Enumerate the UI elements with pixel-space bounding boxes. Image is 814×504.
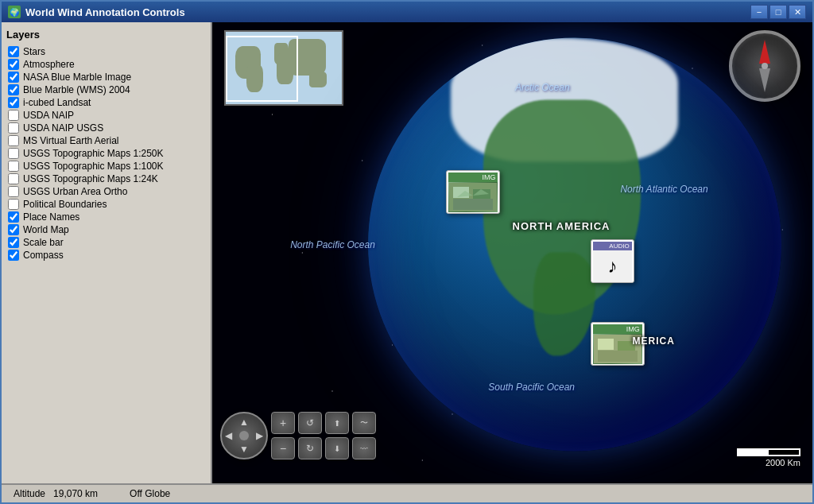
annotation-img-2-header: IMG — [593, 324, 642, 334]
layer-usgs-topo-100k-checkbox[interactable] — [8, 161, 19, 172]
view-button[interactable]: 〰 — [352, 437, 376, 459]
annotation-img-1[interactable]: IMG — [446, 170, 500, 214]
layer-scale-bar-checkbox[interactable] — [8, 237, 19, 248]
layer-nasa-blue-marble-checkbox[interactable] — [8, 72, 19, 83]
compass-needle-south — [759, 68, 770, 92]
nav-pan-pad[interactable]: ▲ ▼ ◀ ▶ — [220, 412, 268, 459]
scale-bar-visual — [737, 448, 800, 456]
svg-rect-7 — [618, 341, 635, 351]
north-pacific-label: North Pacific Ocean — [290, 239, 375, 250]
tilt-down-button[interactable]: ⬇ — [325, 437, 349, 459]
layer-usgs-topo-100k-label: USGS Topographic Maps 1:100K — [23, 161, 164, 172]
position-status: Off Globe — [130, 488, 170, 499]
layers-title: Layers — [6, 29, 206, 41]
layer-place-names-label: Place Names — [23, 211, 79, 223]
layer-usgs-topo-24k-checkbox[interactable] — [8, 173, 19, 184]
layer-i-cubed[interactable]: i-cubed Landsat — [6, 96, 206, 109]
nav-zoom-buttons: + − — [271, 412, 295, 459]
globe-area[interactable]: Arctic Ocean North Atlantic Ocean North … — [212, 22, 812, 483]
layer-political[interactable]: Political Boundaries — [6, 198, 206, 211]
nav-arrow-down[interactable]: ▼ — [239, 444, 249, 455]
layer-compass-checkbox[interactable] — [8, 250, 19, 261]
window-controls: − □ ✕ — [750, 5, 806, 19]
layer-stars[interactable]: Stars — [6, 45, 206, 58]
main-content: Layers Stars Atmosphere NASA Blue Marble… — [2, 22, 812, 483]
globe[interactable] — [368, 38, 781, 452]
layer-compass[interactable]: Compass — [6, 249, 206, 262]
layer-usgs-topo-100k[interactable]: USGS Topographic Maps 1:100K — [6, 160, 206, 173]
sidebar: Layers Stars Atmosphere NASA Blue Marble… — [2, 22, 212, 483]
close-button[interactable]: ✕ — [789, 5, 806, 19]
rotate-cw-button[interactable]: ↻ — [298, 437, 322, 459]
zoom-in-button[interactable]: + — [271, 412, 295, 434]
layer-compass-label: Compass — [23, 250, 64, 261]
altitude-label: Altitude — [14, 488, 45, 499]
stop-button[interactable]: 〜 — [352, 412, 376, 434]
layer-atmosphere-checkbox[interactable] — [8, 59, 19, 70]
layer-usgs-topo-24k[interactable]: USGS Topographic Maps 1:24K — [6, 173, 206, 185]
minimize-button[interactable]: − — [750, 5, 768, 19]
layer-usgs-topo-250k[interactable]: USGS Topographic Maps 1:250K — [6, 147, 206, 160]
rotate-ccw-button[interactable]: ↺ — [298, 412, 322, 434]
layer-usda-naip-usgs[interactable]: USDA NAIP USGS — [6, 122, 206, 134]
annotation-audio-1-header: AUDIO — [593, 242, 632, 250]
nav-arrow-right[interactable]: ▶ — [256, 430, 263, 441]
app-icon: 🌍 — [8, 6, 21, 18]
layer-blue-marble-wms-checkbox[interactable] — [8, 84, 19, 95]
layer-place-names[interactable]: Place Names — [6, 211, 206, 223]
annotation-audio-1[interactable]: AUDIO ♪ — [591, 239, 634, 283]
nav-arrow-up[interactable]: ▲ — [239, 417, 249, 428]
layer-nasa-blue-marble[interactable]: NASA Blue Marble Image — [6, 71, 206, 83]
layer-atmosphere[interactable]: Atmosphere — [6, 58, 206, 71]
layer-blue-marble-wms-label: Blue Marble (WMS) 2004 — [23, 84, 130, 95]
zoom-out-button[interactable]: − — [271, 437, 295, 459]
layer-usda-naip[interactable]: USDA NAIP — [6, 109, 206, 122]
layer-usgs-topo-250k-checkbox[interactable] — [8, 148, 19, 159]
layer-ms-virtual-earth[interactable]: MS Virtual Earth Aerial — [6, 134, 206, 147]
scale-bar-half-1 — [738, 450, 769, 455]
nav-arrow-left[interactable]: ◀ — [225, 430, 232, 441]
compass-ring — [729, 30, 800, 102]
annotation-img-1-image — [448, 182, 498, 212]
compass-center — [762, 63, 768, 69]
compass-needle-north — [759, 40, 770, 64]
layer-blue-marble-wms[interactable]: Blue Marble (WMS) 2004 — [6, 83, 206, 96]
layer-usda-naip-label: USDA NAIP — [23, 110, 74, 121]
window-title: World Wind Annotation Controls — [25, 6, 185, 18]
layer-usgs-urban[interactable]: USGS Urban Area Ortho — [6, 185, 206, 198]
layer-usgs-urban-label: USGS Urban Area Ortho — [23, 186, 127, 197]
title-bar-left: 🌍 World Wind Annotation Controls — [8, 6, 185, 18]
nav-controls: ▲ ▼ ◀ ▶ + − ↺ ↻ — [220, 412, 376, 459]
scale-bar-half-2 — [769, 450, 799, 455]
layer-nasa-blue-marble-label: NASA Blue Marble Image — [23, 72, 131, 83]
altitude-status: Altitude 19,070 km — [14, 488, 98, 499]
compass — [729, 30, 800, 102]
nav-view-buttons: 〜 〰 — [352, 412, 376, 459]
layer-usda-naip-usgs-label: USDA NAIP USGS — [23, 122, 103, 134]
scale-bar: 2000 Km — [737, 448, 800, 467]
layer-ms-virtual-earth-label: MS Virtual Earth Aerial — [23, 135, 119, 146]
annotation-img-1-header: IMG — [448, 173, 498, 182]
tilt-up-button[interactable]: ⬆ — [325, 412, 349, 434]
layer-political-checkbox[interactable] — [8, 199, 19, 210]
layer-usda-naip-usgs-checkbox[interactable] — [8, 122, 19, 134]
layer-i-cubed-checkbox[interactable] — [8, 97, 19, 108]
layer-scale-bar[interactable]: Scale bar — [6, 236, 206, 249]
layer-atmosphere-label: Atmosphere — [23, 59, 75, 70]
layer-usgs-urban-checkbox[interactable] — [8, 186, 19, 197]
minimap — [224, 30, 343, 106]
layer-stars-checkbox[interactable] — [8, 46, 19, 57]
layer-usda-naip-checkbox[interactable] — [8, 110, 19, 121]
layer-world-map-checkbox[interactable] — [8, 224, 19, 235]
layer-i-cubed-label: i-cubed Landsat — [23, 97, 91, 108]
layer-ms-virtual-earth-checkbox[interactable] — [8, 135, 19, 146]
maximize-button[interactable]: □ — [769, 5, 787, 19]
svg-rect-3 — [453, 199, 493, 210]
layer-place-names-checkbox[interactable] — [8, 211, 19, 223]
svg-rect-6 — [598, 339, 614, 350]
layer-world-map[interactable]: World Map — [6, 223, 206, 236]
minimap-view-rect — [226, 36, 298, 103]
minimap-content — [226, 32, 342, 104]
layer-stars-label: Stars — [23, 46, 45, 57]
annotation-img-2[interactable]: IMG — [591, 322, 645, 366]
